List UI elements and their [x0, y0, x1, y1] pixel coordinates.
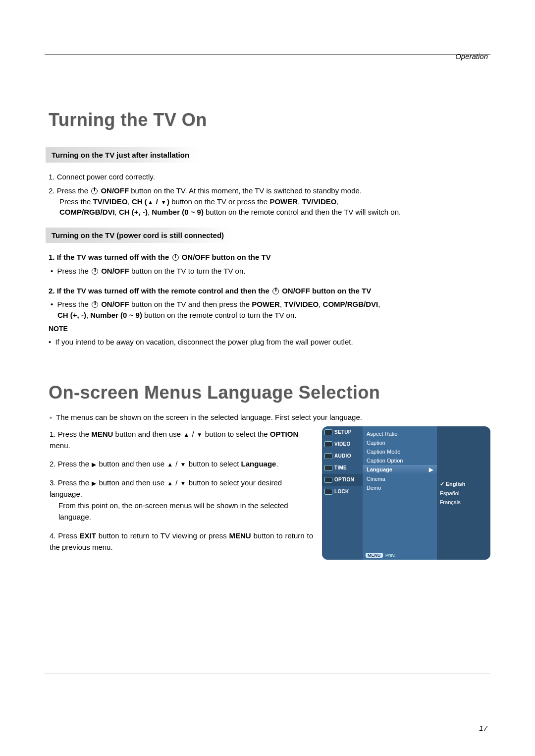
lock-icon [324, 489, 332, 495]
down-arrow-icon: ▼ [180, 479, 186, 488]
lang-step-3: 3. Press the ▶ button and then use ▲ / ▼… [50, 477, 313, 523]
osd-opt-capopt: Caption Option [363, 456, 437, 465]
osd-side-time: TIME [322, 462, 363, 474]
osd-options-list: Aspect Ratio Caption Caption Mode Captio… [363, 426, 437, 560]
osd-side-setup: SETUP [322, 426, 363, 438]
up-arrow-icon: ▲ [183, 430, 189, 440]
step-2: 2. Press the ON/OFF button on the TV. At… [49, 185, 490, 218]
case1-header: 1. If the TV was turned off with the ON/… [49, 252, 490, 263]
power-icon [92, 268, 98, 275]
lang-step-1: 1. Press the MENU button and then use ▲ … [50, 428, 313, 452]
audio-icon [324, 453, 332, 459]
osd-opt-caption: Caption [363, 438, 437, 447]
tvvideo-label-2: TV/VIDEO [302, 197, 336, 206]
osd-side-option: OPTION [322, 474, 363, 486]
video-icon [324, 441, 332, 447]
right-arrow-icon: ▶ [92, 460, 96, 469]
page-number: 17 [479, 724, 487, 732]
option-icon [324, 477, 332, 483]
lang-step-2: 2. Press the ▶ button and then use ▲ / ▼… [50, 458, 313, 469]
heading-language-selection: On-screen Menus Language Selection [49, 382, 490, 403]
text: button on the remote control and then th… [206, 208, 401, 216]
note-body: If you intend to be away on vacation, di… [49, 337, 490, 348]
bottom-rule [45, 674, 490, 674]
osd-side-audio: AUDIO [322, 450, 363, 462]
osd-opt-cinema: Cinema [363, 474, 437, 483]
case2-header: 2. If the TV was turned off with the rem… [49, 286, 490, 296]
right-arrow-icon: ▶ [92, 479, 96, 488]
heading-turning-tv-on: Turning the TV On [49, 110, 490, 130]
right-arrow-icon: ▶ [429, 466, 433, 473]
osd-menu-figure: SETUP VIDEO AUDIO TIME OPTION LOCK Aspec… [322, 426, 490, 560]
text: button on the TV. At this moment, the TV… [131, 186, 362, 195]
case2-body: Press the ON/OFF button on the TV and th… [51, 299, 490, 321]
time-icon [324, 465, 332, 471]
lang-step-4: 4. Press EXIT button to return to TV vie… [50, 530, 313, 553]
osd-lang-espanol: Español [440, 490, 490, 497]
osd-language-list: English Español Français [437, 426, 490, 560]
text: Press the [59, 197, 93, 206]
subheader-power-connected: Turning on the TV (power cord is still c… [46, 228, 235, 243]
power-icon [172, 254, 179, 261]
osd-opt-language: Language▶ [363, 465, 437, 474]
top-rule [45, 55, 490, 55]
ch-pm-label: CH (+, -) [119, 208, 148, 216]
subheader-after-install: Turning on the TV just after installatio… [46, 147, 200, 163]
up-arrow-icon: ▲ [167, 460, 173, 469]
osd-side-lock: LOCK [322, 486, 363, 498]
down-arrow-icon: ▼ [160, 198, 166, 207]
lang-intro: - The menus can be shown on the screen i… [50, 413, 490, 421]
note-header: NOTE [49, 324, 490, 334]
text: button on the TV or press the [171, 197, 269, 206]
power-label: POWER [269, 197, 298, 206]
power-icon [91, 188, 98, 194]
onoff-label: ON/OFF [101, 186, 129, 195]
setup-icon [324, 429, 332, 435]
up-arrow-icon: ▲ [167, 479, 173, 488]
osd-hint-text: Prev. [385, 553, 395, 558]
osd-hint-btn: MENU [366, 553, 383, 558]
osd-sidebar: SETUP VIDEO AUDIO TIME OPTION LOCK [322, 426, 363, 560]
tvvideo-label: TV/VIDEO [93, 197, 128, 206]
osd-opt-demo: Demo [363, 483, 437, 492]
osd-hint: MENU Prev. [366, 553, 395, 558]
osd-lang-francais: Français [440, 499, 490, 506]
step-1: 1. Connect power cord correctly. [49, 172, 490, 182]
page-category: Operation [455, 52, 488, 60]
down-arrow-icon: ▼ [197, 430, 203, 440]
osd-opt-aspect: Aspect Ratio [363, 429, 437, 438]
osd-main: Aspect Ratio Caption Caption Mode Captio… [363, 426, 490, 560]
ch-label: CH (▲ / ▼) [132, 197, 169, 206]
text: 2. Press the [49, 186, 90, 195]
number09-label: Number (0 ~ 9) [152, 208, 204, 216]
osd-side-video: VIDEO [322, 438, 363, 450]
osd-lang-english: English [440, 480, 490, 488]
osd-opt-capmode: Caption Mode [363, 447, 437, 456]
power-icon [92, 301, 98, 308]
up-arrow-icon: ▲ [148, 198, 154, 207]
comprgbdvi-label: COMP/RGB/DVI [59, 208, 115, 216]
power-icon [272, 288, 279, 294]
case1-body: Press the ON/OFF button on the TV to tur… [51, 266, 490, 277]
down-arrow-icon: ▼ [180, 460, 186, 469]
